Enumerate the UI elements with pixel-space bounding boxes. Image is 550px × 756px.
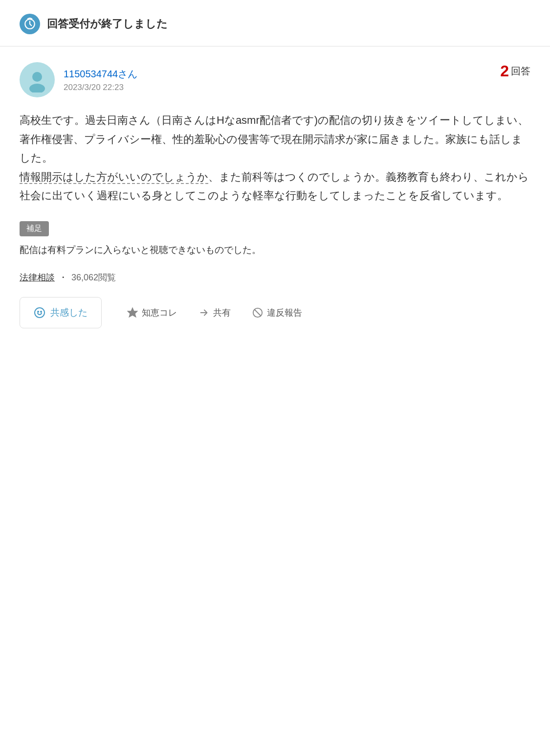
share-label: 共有	[213, 307, 231, 319]
answer-label: 回答	[511, 65, 530, 78]
empathy-label: 共感した	[50, 306, 88, 319]
user-details: 1150534744さん 2023/3/20 22:23	[64, 68, 137, 92]
report-button[interactable]: 違反報告	[250, 298, 304, 327]
svg-point-1	[32, 72, 42, 82]
user-left: 1150534744さん 2023/3/20 22:23	[20, 62, 137, 97]
separator: ・	[59, 272, 67, 283]
empathy-button[interactable]: 共感した	[20, 297, 102, 328]
action-bar: 共感した 知恵コレ 共有	[20, 297, 530, 328]
question-body: 高校生です。過去日南さん（日南さんはHなasmr配信者です)の配信の切り抜きをツ…	[20, 111, 530, 206]
supplement-tag: 補足	[20, 221, 49, 236]
user-info-row: 1150534744さん 2023/3/20 22:23 2 回答	[20, 62, 530, 97]
svg-point-4	[38, 311, 39, 312]
question-container: 1150534744さん 2023/3/20 22:23 2 回答 高校生です。…	[0, 46, 550, 344]
answer-count: 2 回答	[500, 62, 530, 80]
underlined-text: 情報開示はした方がいいのでしょうか	[20, 171, 208, 184]
svg-line-8	[255, 309, 261, 316]
svg-point-2	[29, 84, 45, 92]
svg-marker-6	[128, 308, 137, 317]
category-row: 法律相談 ・ 36,062閲覧	[20, 272, 530, 283]
report-label: 違反報告	[267, 307, 302, 319]
views-text: 36,062閲覧	[71, 272, 116, 283]
avatar	[20, 62, 55, 97]
status-bar: 回答受付が終了しました	[0, 0, 550, 46]
status-text: 回答受付が終了しました	[47, 17, 168, 31]
username[interactable]: 1150534744さん	[64, 68, 137, 81]
svg-point-5	[41, 311, 42, 312]
post-date: 2023/3/20 22:23	[64, 83, 137, 92]
answer-number: 2	[500, 62, 509, 80]
collection-label: 知恵コレ	[142, 307, 177, 319]
share-button[interactable]: 共有	[197, 298, 233, 327]
supplement-section: 補足 配信は有料プランに入らないと視聴できないものでした。	[20, 221, 530, 258]
collection-button[interactable]: 知恵コレ	[125, 298, 179, 327]
supplement-text: 配信は有料プランに入らないと視聴できないものでした。	[20, 242, 530, 258]
clock-icon	[20, 14, 40, 34]
category-link[interactable]: 法律相談	[20, 272, 55, 283]
action-buttons-right: 知恵コレ 共有 違反報告	[117, 298, 312, 327]
svg-point-3	[35, 308, 44, 318]
